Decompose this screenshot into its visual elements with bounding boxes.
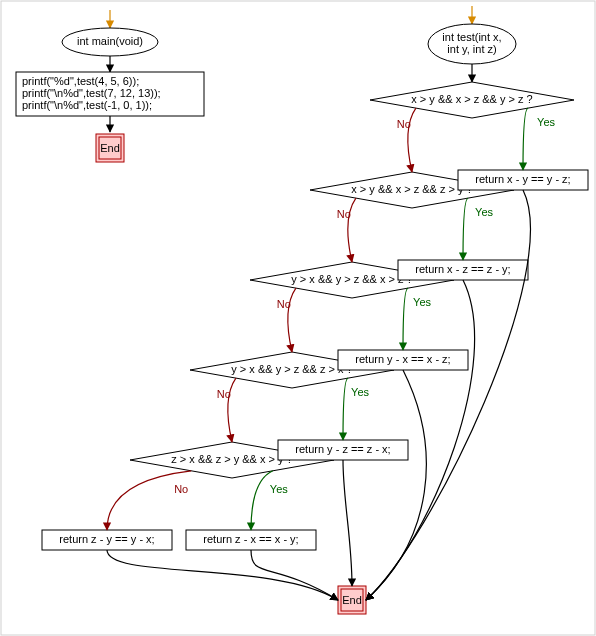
cond2-label: x > y && x > z && z > y ? (351, 183, 472, 195)
test-end-label: End (342, 594, 362, 606)
svg-text:int main(void): int main(void) (77, 35, 143, 47)
edge-yes-cond3 (403, 288, 408, 350)
svg-text:return x - y == y - z;: return x - y == y - z; (475, 173, 570, 185)
edge-yes-cond2 (463, 198, 468, 260)
edge-yes-cond5 (251, 471, 273, 530)
svg-text:x > y && x > z && y > z ?: x > y && x > z && y > z ? (411, 93, 532, 105)
svg-text:printf("\n%d",test(7, 12, 13)): printf("\n%d",test(7, 12, 13)); (22, 87, 161, 99)
svg-text:int test(int x,: int test(int x, (442, 31, 501, 43)
svg-text:return y - x == x - z;: return y - x == x - z; (355, 353, 450, 365)
label-no-cond3: No (277, 298, 291, 310)
cond4-label: y > x && y > z && z > x ? (231, 363, 352, 375)
svg-text:y > x && y > z && z > x ?: y > x && y > z && z > x ? (231, 363, 352, 375)
main-end-label: End (100, 142, 120, 154)
svg-text:return z - x == x - y;: return z - x == x - y; (203, 533, 298, 545)
svg-text:y > x && y > z && x > z ?: y > x && y > z && x > z ? (291, 273, 412, 285)
ret6-label: return z - y == y - x; (59, 533, 154, 545)
svg-text:return z - y == y - x;: return z - y == y - x; (59, 533, 154, 545)
cond1-label: x > y && x > z && y > z ? (411, 93, 532, 105)
edge-end (107, 550, 338, 600)
edge-end (251, 550, 338, 600)
edge-yes-cond4 (343, 378, 348, 440)
label-yes-cond3: Yes (413, 296, 431, 308)
label-no-cond1: No (397, 118, 411, 130)
cond3-label: y > x && y > z && x > z ? (291, 273, 412, 285)
svg-text:return y - z == z - x;: return y - z == z - x; (295, 443, 390, 455)
cond5-label: z > x && z > y && x > y ? (171, 453, 292, 465)
label-yes-cond4: Yes (351, 386, 369, 398)
ret4-label: return y - z == z - x; (295, 443, 390, 455)
ret2-label: return x - z == z - y; (415, 263, 510, 275)
svg-text:z > x && z > y && x > y ?: z > x && z > y && x > y ? (171, 453, 292, 465)
svg-text:int y, int z): int y, int z) (447, 43, 496, 55)
label-yes-cond1: Yes (537, 116, 555, 128)
edge-yes-cond1 (523, 108, 528, 170)
svg-text:printf("\n%d",test(-1, 0, 1));: printf("\n%d",test(-1, 0, 1)); (22, 99, 152, 111)
edge-end (343, 460, 352, 586)
main-start-label: int main(void) (77, 35, 143, 47)
label-yes-cond5: Yes (270, 483, 288, 495)
svg-text:return x - z == z - y;: return x - z == z - y; (415, 263, 510, 275)
test-start-label: int test(int x,int y, int z) (442, 31, 501, 55)
ret5-label: return z - x == x - y; (203, 533, 298, 545)
label-no-cond2: No (337, 208, 351, 220)
label-yes-cond2: Yes (475, 206, 493, 218)
svg-text:x > y && x > z && z > y ?: x > y && x > z && z > y ? (351, 183, 472, 195)
edge-end (366, 370, 426, 600)
label-no-cond4: No (217, 388, 231, 400)
ret3-label: return y - x == x - z; (355, 353, 450, 365)
label-no-cond5: No (174, 483, 188, 495)
edge-end (366, 190, 530, 600)
ret1-label: return x - y == y - z; (475, 173, 570, 185)
svg-text:printf("%d",test(4, 5, 6));: printf("%d",test(4, 5, 6)); (22, 75, 139, 87)
edge-no-cond5 (107, 471, 191, 530)
